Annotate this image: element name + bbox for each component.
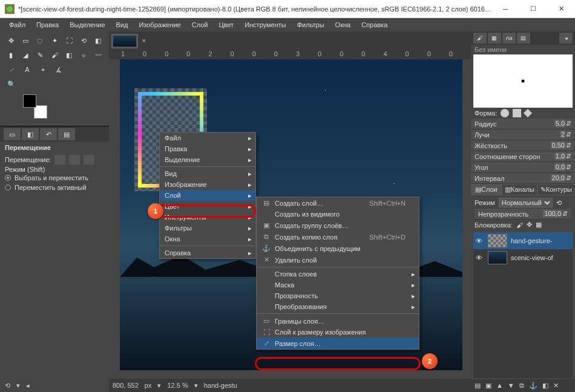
menu-color[interactable]: Цвет: [213, 20, 239, 30]
status-zoom[interactable]: 12.5 %: [167, 382, 188, 389]
prop-spacing[interactable]: Интервал20,0⇵: [471, 173, 575, 184]
images-tab[interactable]: ▤: [58, 128, 75, 140]
move-layer-toggle[interactable]: [54, 155, 65, 165]
brush-tool[interactable]: 🖌: [48, 48, 61, 62]
opacity-slider[interactable]: Непрозрачность100,0⇵: [475, 209, 571, 220]
prop-aspect[interactable]: Соотношение сторон1,0⇵: [471, 151, 575, 162]
new-group-icon[interactable]: ▣: [485, 382, 491, 390]
tab-channels[interactable]: ▥Каналы: [502, 184, 537, 195]
layer-row[interactable]: 👁 hand-gesture-: [473, 232, 573, 249]
clone-tool[interactable]: ⟐: [77, 48, 90, 62]
cm-select[interactable]: Выделение▸: [160, 154, 255, 165]
shape-square[interactable]: [513, 109, 521, 117]
maximize-button[interactable]: ☐: [519, 0, 547, 18]
tool-options-tab[interactable]: ▭: [4, 128, 21, 140]
text-tool[interactable]: A: [21, 63, 34, 76]
fonts-tab[interactable]: Aa: [502, 33, 516, 44]
delete-layer-icon[interactable]: ✕: [553, 382, 559, 390]
cm-scale-layer[interactable]: ⤢Размер слоя…: [257, 338, 419, 349]
shape-circle[interactable]: [501, 109, 509, 117]
minimize-button[interactable]: ─: [491, 0, 519, 18]
cm-transparency[interactable]: Прозрачность▸: [257, 290, 419, 301]
prop-radius[interactable]: Радиус5,0⇵: [471, 119, 575, 129]
eraser-tool[interactable]: ◧: [63, 48, 75, 62]
tab-paths[interactable]: ✎Контуры: [537, 184, 575, 195]
undo-history-tab[interactable]: ↶: [40, 128, 57, 140]
cm-stack[interactable]: Стопка слоев▸: [257, 269, 419, 279]
device-status-tab[interactable]: ◧: [22, 128, 39, 140]
cm-view[interactable]: Вид▸: [160, 168, 255, 179]
cm-help[interactable]: Справка▸: [160, 247, 255, 258]
brushes-tab[interactable]: 🖌: [473, 33, 487, 44]
cm-image[interactable]: Изображение▸: [160, 179, 255, 190]
prop-angle[interactable]: Угол0,0⇵: [471, 162, 575, 173]
dock-menu-icon[interactable]: ◂: [559, 33, 573, 44]
raise-layer-icon[interactable]: ▲: [496, 382, 503, 390]
layer-name[interactable]: hand-gesture-: [511, 237, 553, 244]
prop-hardness[interactable]: Жёсткость0,50⇵: [471, 140, 575, 151]
layer-thumbnail[interactable]: [488, 251, 507, 264]
mask-layer-icon[interactable]: ◧: [542, 382, 548, 390]
cm-duplicate-layer[interactable]: ⧉Создать копию слояShift+Ctrl+D: [257, 231, 419, 243]
close-button[interactable]: ✕: [547, 0, 575, 18]
menu-image[interactable]: Изображение: [133, 20, 186, 30]
mode-option-2[interactable]: Переместить активный: [5, 183, 104, 192]
cm-delete-layer[interactable]: ✕Удалить слой: [257, 254, 419, 266]
cm-color[interactable]: Цвет▸: [160, 201, 255, 212]
color-swatches[interactable]: [23, 94, 47, 119]
pencil-tool[interactable]: ✎: [34, 48, 46, 62]
cm-windows[interactable]: Окна▸: [160, 234, 255, 244]
brush-preview[interactable]: [473, 54, 573, 108]
fuzzy-select-tool[interactable]: ✦: [48, 34, 61, 47]
menu-tools[interactable]: Инструменты: [239, 20, 292, 30]
move-tool[interactable]: ✥: [5, 34, 17, 47]
path-tool[interactable]: ⟋: [5, 63, 18, 76]
measure-tool[interactable]: ∡: [52, 63, 65, 76]
image-tab[interactable]: ×: [111, 34, 138, 48]
gradient-tool[interactable]: ◢: [19, 48, 31, 62]
smudge-tool[interactable]: 〰: [92, 48, 104, 62]
visibility-icon[interactable]: 👁: [476, 254, 484, 261]
lock-alpha-icon[interactable]: ▦: [536, 221, 542, 229]
close-tab-icon[interactable]: ×: [142, 37, 146, 44]
cm-transform[interactable]: Преобразования▸: [257, 301, 419, 312]
status-unit[interactable]: px: [145, 382, 152, 389]
menu-layer[interactable]: Слой: [186, 20, 214, 30]
picker-tool[interactable]: ⌖: [36, 63, 50, 76]
cm-tools[interactable]: Инструменты▸: [160, 212, 255, 223]
menu-select[interactable]: Выделение: [64, 20, 110, 30]
warp-tool[interactable]: ◧: [92, 34, 104, 47]
history-tab[interactable]: ▤: [517, 33, 530, 44]
duplicate-layer-icon[interactable]: ⧉: [519, 382, 524, 390]
cm-layer-to-image-size[interactable]: ⛶Слой к размеру изображения: [257, 327, 419, 338]
bucket-tool[interactable]: ▮: [5, 48, 17, 62]
shape-diamond[interactable]: [524, 109, 532, 117]
zoom-tool[interactable]: 🔍: [5, 77, 18, 91]
cm-layer-boundary[interactable]: ▭Границы слоя…: [257, 315, 419, 327]
tab-layers[interactable]: ▤Слои: [471, 184, 502, 195]
cm-file[interactable]: Файл▸: [160, 132, 255, 143]
visibility-icon[interactable]: 👁: [476, 237, 484, 244]
blend-mode-select[interactable]: Нормальный: [499, 198, 553, 207]
layer-thumbnail[interactable]: [488, 234, 507, 247]
lock-position-icon[interactable]: ✥: [527, 221, 532, 229]
cm-merge-down[interactable]: ⚓Объединить с предыдущим: [257, 243, 419, 254]
menu-windows[interactable]: Окна: [330, 20, 356, 30]
layer-name[interactable]: scenic-view-of: [511, 254, 553, 261]
cm-from-visible[interactable]: Создать из видимого: [257, 209, 419, 220]
cm-new-layer[interactable]: ▤Создать слой…Shift+Ctrl+N: [257, 197, 419, 209]
cm-filters[interactable]: Фильтры▸: [160, 223, 255, 234]
delete-options-icon[interactable]: ◂: [26, 382, 30, 390]
merge-layer-icon[interactable]: ⚓: [529, 382, 537, 390]
cm-mask[interactable]: Маска▸: [257, 279, 419, 290]
prop-spikes[interactable]: Лучи2⇵: [471, 129, 575, 140]
cm-layer[interactable]: Слой▸: [160, 190, 255, 201]
menu-view[interactable]: Вид: [111, 20, 134, 30]
move-path-toggle[interactable]: [84, 155, 94, 165]
menu-edit[interactable]: Правка: [31, 20, 64, 30]
lock-pixels-icon[interactable]: 🖌: [516, 221, 523, 229]
menu-file[interactable]: Файл: [4, 20, 31, 30]
mode-option-1[interactable]: Выбрать и переместить: [5, 173, 104, 183]
new-layer-icon[interactable]: ▤: [475, 382, 481, 390]
transform-tool[interactable]: ⟲: [77, 34, 90, 47]
